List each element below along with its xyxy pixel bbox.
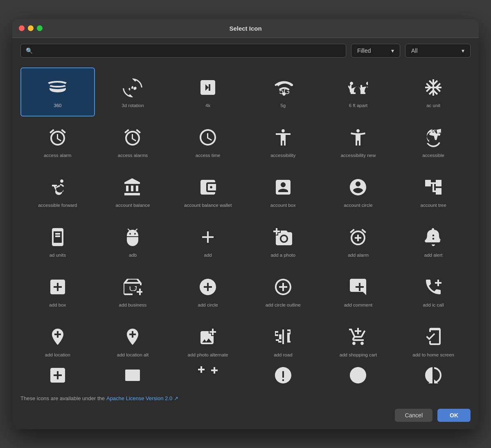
icon-label-4k: 4k — [205, 103, 210, 109]
icon-cell-accessible-forward[interactable]: accessible forward — [20, 167, 95, 216]
icon-cell-360[interactable]: 360 — [20, 67, 95, 116]
license-link[interactable]: Apache License Version 2.0 ↗ — [106, 395, 178, 401]
icon-cell-add-comment[interactable]: add comment — [321, 267, 396, 316]
license-text: These icons are available under the — [20, 395, 105, 401]
icon-label-account-balance: account balance — [116, 202, 150, 208]
icon-label-add-alarm: add alarm — [348, 252, 369, 258]
icon-add-alarm — [347, 226, 369, 248]
icon-cell-add-circle[interactable]: add circle — [171, 267, 245, 316]
icon-partial-5 — [347, 364, 369, 386]
close-button[interactable] — [19, 25, 25, 31]
filled-dropdown[interactable]: Filled ▾ — [351, 44, 400, 58]
icon-label-ad-units: ad units — [50, 252, 66, 258]
icon-cell-ac-unit[interactable]: ac unit — [396, 67, 471, 116]
icon-cell-partial-2[interactable] — [96, 358, 170, 390]
icon-label-add-ic-call: add ic call — [423, 302, 444, 308]
icon-cell-add-location[interactable]: add location — [20, 317, 95, 358]
icon-add-to-home-screen — [422, 326, 444, 348]
svg-text:5G: 5G — [279, 87, 290, 96]
icon-cell-account-circle[interactable]: account circle — [321, 167, 396, 216]
ok-button[interactable]: OK — [437, 409, 471, 422]
icon-cell-access-alarm[interactable]: access alarm — [20, 117, 95, 166]
icon-label-add-shopping-cart: add shopping cart — [340, 352, 377, 357]
footer-buttons: Cancel OK — [12, 405, 479, 429]
chevron-down-icon-2: ▾ — [462, 47, 464, 54]
icon-label-add-box: add box — [49, 302, 66, 308]
icon-label-6ft-apart: 6 ft apart — [349, 103, 367, 109]
icon-cell-accessible[interactable]: accessible — [396, 117, 471, 166]
icon-cell-add-road[interactable]: add road — [246, 317, 320, 358]
icon-cell-partial-4[interactable] — [246, 358, 320, 390]
icon-cell-3d-rotation[interactable]: 3d rotation — [96, 67, 170, 116]
window-controls — [19, 25, 43, 31]
icon-label-add-a-photo: add a photo — [270, 252, 295, 258]
icon-account-circle — [347, 176, 369, 198]
icon-label-accessibility-new: accessibility new — [341, 152, 376, 159]
maximize-button[interactable] — [37, 25, 43, 31]
svg-rect-1 — [125, 370, 140, 381]
icon-cell-add-shopping-cart[interactable]: add shopping cart — [321, 317, 396, 358]
icon-cell-add-alert[interactable]: add alert — [396, 217, 471, 266]
icon-3d-rotation — [122, 76, 144, 99]
icon-grid: 360 3d rotation 4k 5G 5g 6 ft apart — [12, 63, 479, 358]
icon-cell-access-time[interactable]: access time — [171, 117, 245, 166]
icon-cell-5g[interactable]: 5G 5g — [246, 67, 320, 116]
icon-cell-partial-6[interactable] — [396, 358, 471, 390]
minimize-button[interactable] — [28, 25, 34, 31]
icon-add-a-photo — [272, 226, 294, 248]
icon-6ft-apart — [347, 76, 369, 99]
icon-label-5g: 5g — [280, 103, 286, 109]
icon-ac-unit — [422, 76, 444, 99]
icon-5g: 5G — [272, 76, 294, 99]
icon-4k — [197, 76, 219, 99]
icon-cell-4k[interactable]: 4k — [171, 67, 245, 116]
icon-partial-4 — [272, 364, 294, 386]
icon-partial-3 — [197, 364, 219, 386]
icon-label-add-to-home-screen: add to home screen — [412, 352, 454, 357]
icon-cell-add-business[interactable]: add business — [96, 267, 170, 316]
icon-label-add-road: add road — [274, 352, 292, 357]
search-box[interactable]: 🔍 — [20, 44, 346, 58]
icon-add-road — [272, 326, 294, 348]
icon-add-location — [47, 326, 69, 348]
icon-cell-account-balance-wallet[interactable]: account balance wallet — [171, 167, 245, 216]
cancel-button[interactable]: Cancel — [395, 409, 432, 422]
icon-cell-add-circle-outline[interactable]: add circle outline — [246, 267, 320, 316]
icon-cell-add-ic-call[interactable]: add ic call — [396, 267, 471, 316]
icon-cell-add-box[interactable]: add box — [20, 267, 95, 316]
icon-cell-access-alarms[interactable]: access alarms — [96, 117, 170, 166]
icon-cell-add[interactable]: add — [171, 217, 245, 266]
icon-cell-accessibility-new[interactable]: accessibility new — [321, 117, 396, 166]
icon-cell-account-balance[interactable]: account balance — [96, 167, 170, 216]
icon-label-add-alert: add alert — [424, 252, 443, 258]
all-dropdown[interactable]: All ▾ — [405, 44, 471, 58]
icon-cell-account-tree[interactable]: account tree — [396, 167, 471, 216]
icon-cell-add-to-home-screen[interactable]: add to home screen — [396, 317, 471, 358]
filled-label: Filled — [357, 47, 371, 54]
icon-cell-account-box[interactable]: account box — [246, 167, 320, 216]
icon-cell-add-alarm[interactable]: add alarm — [321, 217, 396, 266]
icon-cell-partial-3[interactable] — [171, 358, 245, 390]
icon-cell-add-a-photo[interactable]: add a photo — [246, 217, 320, 266]
icon-cell-add-location-alt[interactable]: add location alt — [96, 317, 170, 358]
icon-add-location-alt — [122, 326, 144, 348]
icon-account-balance-wallet — [197, 176, 219, 198]
icon-cell-6ft-apart[interactable]: 6 ft apart — [321, 67, 396, 116]
icon-cell-ad-units[interactable]: ad units — [20, 217, 95, 266]
icon-label-access-time: access time — [196, 152, 221, 159]
icon-label-account-circle: account circle — [344, 202, 372, 208]
icon-cell-partial-1[interactable] — [20, 358, 95, 390]
icon-label-add-photo-alternate: add photo alternate — [188, 352, 228, 357]
license-footer: These icons are available under the Apac… — [12, 390, 479, 405]
icon-cell-add-photo-alternate[interactable]: add photo alternate — [171, 317, 245, 358]
select-icon-dialog: Select Icon 🔍 Filled ▾ All ▾ 360 — [12, 19, 479, 429]
search-input[interactable] — [36, 47, 341, 54]
icon-label-access-alarms: access alarms — [118, 152, 148, 159]
icon-cell-partial-5[interactable] — [321, 358, 396, 390]
icon-label-add-location: add location — [45, 352, 70, 357]
icon-cell-adb[interactable]: adb — [96, 217, 170, 266]
icon-cell-accessibility[interactable]: accessibility — [246, 117, 320, 166]
icon-access-alarms — [122, 126, 144, 148]
icon-add — [197, 226, 219, 248]
icon-label-360: 360 — [54, 103, 61, 109]
